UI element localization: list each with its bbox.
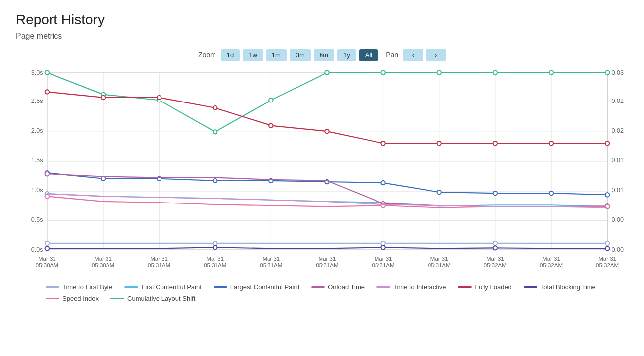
- svg-point-96: [45, 172, 49, 176]
- legend-fully-loaded: Fully Loaded: [458, 283, 511, 291]
- svg-text:Mar 31: Mar 31: [598, 256, 616, 262]
- line-chart: 0.0s 0.5s 1.0s 1.5s 2.0s 2.5s 3.0s 0.00 …: [16, 67, 628, 275]
- svg-point-60: [269, 98, 273, 102]
- chart-controls: Zoom 1d 1w 1m 3m 6m 1y All Pan ‹ ›: [16, 49, 628, 61]
- svg-text:0.01: 0.01: [611, 157, 623, 164]
- svg-text:0.02: 0.02: [611, 127, 623, 134]
- svg-point-68: [101, 96, 105, 100]
- svg-text:0.01: 0.01: [611, 187, 623, 194]
- svg-point-81: [213, 179, 217, 183]
- legend-speed-index: Speed Index: [46, 295, 99, 302]
- legend-time-to-interactive: Time to Interactive: [376, 283, 446, 291]
- svg-point-106: [605, 246, 609, 250]
- svg-text:0.00: 0.00: [611, 246, 623, 253]
- svg-text:05:32AM: 05:32AM: [540, 262, 563, 268]
- svg-text:05:30AM: 05:30AM: [92, 262, 114, 268]
- zoom-all-button[interactable]: All: [359, 49, 378, 61]
- svg-point-64: [493, 70, 497, 74]
- svg-text:1.5s: 1.5s: [31, 157, 43, 164]
- svg-text:0.0s: 0.0s: [31, 246, 43, 253]
- legend-total-blocking-time: Total Blocking Time: [524, 283, 596, 291]
- chart-legend: Time to First Byte First Contentful Pain…: [16, 283, 628, 302]
- chart-container: 0.0s 0.5s 1.0s 1.5s 2.0s 2.5s 3.0s 0.00 …: [16, 67, 628, 277]
- svg-point-67: [45, 90, 49, 94]
- svg-point-99: [45, 194, 49, 198]
- svg-text:05:31AM: 05:31AM: [148, 262, 170, 268]
- svg-point-61: [325, 70, 329, 74]
- svg-text:05:32AM: 05:32AM: [596, 262, 619, 268]
- svg-text:05:31AM: 05:31AM: [260, 262, 282, 268]
- svg-point-76: [549, 141, 553, 145]
- pan-next-button[interactable]: ›: [426, 49, 446, 61]
- svg-point-103: [213, 245, 217, 249]
- svg-point-63: [437, 70, 441, 74]
- svg-text:2.5s: 2.5s: [31, 98, 43, 104]
- svg-text:05:31AM: 05:31AM: [428, 262, 451, 268]
- legend-onload-time: Onload Time: [311, 283, 365, 291]
- svg-text:0.03: 0.03: [611, 69, 623, 76]
- zoom-6m-button[interactable]: 6m: [314, 49, 334, 61]
- zoom-1y-button[interactable]: 1y: [337, 49, 356, 61]
- svg-point-70: [213, 106, 217, 110]
- legend-label-speed-index: Speed Index: [62, 295, 99, 302]
- zoom-label: Zoom: [198, 51, 216, 59]
- legend-label-fcp: First Contentful Paint: [141, 283, 201, 291]
- svg-text:Mar 31: Mar 31: [486, 256, 504, 262]
- page-title: Report History: [16, 12, 628, 28]
- svg-point-92: [213, 241, 217, 245]
- svg-text:Mar 31: Mar 31: [262, 256, 280, 262]
- legend-label-fully-loaded: Fully Loaded: [475, 283, 511, 291]
- svg-point-105: [493, 246, 497, 250]
- svg-text:3.0s: 3.0s: [31, 69, 43, 76]
- svg-text:05:30AM: 05:30AM: [36, 262, 58, 268]
- svg-point-86: [493, 191, 497, 195]
- svg-text:Mar 31: Mar 31: [206, 256, 224, 262]
- legend-cumulative-layout-shift: Cumulative Layout Shift: [110, 295, 195, 302]
- svg-point-102: [45, 246, 49, 250]
- svg-point-88: [605, 193, 609, 197]
- svg-text:Mar 31: Mar 31: [94, 256, 112, 262]
- zoom-3m-button[interactable]: 3m: [290, 49, 311, 61]
- svg-text:05:31AM: 05:31AM: [316, 262, 338, 268]
- svg-point-71: [269, 123, 273, 127]
- legend-label-lcp: Largest Contentful Paint: [230, 283, 299, 291]
- svg-text:1.0s: 1.0s: [31, 187, 43, 194]
- svg-point-69: [157, 96, 161, 100]
- svg-text:05:31AM: 05:31AM: [204, 262, 226, 268]
- svg-text:Mar 31: Mar 31: [430, 256, 448, 262]
- svg-text:Mar 31: Mar 31: [375, 256, 392, 262]
- svg-point-75: [493, 141, 497, 145]
- svg-text:Mar 31: Mar 31: [150, 256, 168, 262]
- svg-point-84: [381, 181, 385, 185]
- svg-point-93: [381, 241, 385, 245]
- svg-point-73: [381, 141, 385, 145]
- svg-point-72: [325, 129, 329, 133]
- svg-point-85: [437, 190, 441, 194]
- svg-point-66: [605, 70, 609, 74]
- svg-text:Mar 31: Mar 31: [319, 256, 336, 262]
- svg-point-94: [493, 241, 497, 245]
- svg-text:Mar 31: Mar 31: [38, 256, 56, 262]
- svg-point-56: [45, 70, 49, 74]
- svg-point-87: [549, 191, 553, 195]
- svg-text:05:32AM: 05:32AM: [484, 262, 507, 268]
- legend-label-ttfb: Time to First Byte: [62, 283, 112, 291]
- zoom-1w-button[interactable]: 1w: [243, 49, 263, 61]
- svg-point-95: [605, 241, 609, 245]
- svg-point-77: [605, 141, 609, 145]
- svg-text:0.00: 0.00: [611, 216, 623, 223]
- svg-point-104: [381, 245, 385, 249]
- pan-label: Pan: [386, 51, 398, 59]
- legend-time-to-first-byte: Time to First Byte: [46, 283, 112, 291]
- svg-text:2.0s: 2.0s: [31, 127, 43, 134]
- svg-point-62: [381, 70, 385, 74]
- svg-text:0.5s: 0.5s: [31, 216, 43, 223]
- zoom-1m-button[interactable]: 1m: [266, 49, 287, 61]
- legend-label-tbt: Total Blocking Time: [540, 283, 596, 291]
- svg-text:Mar 31: Mar 31: [542, 256, 560, 262]
- legend-label-cls: Cumulative Layout Shift: [127, 295, 195, 302]
- page-subtitle: Page metrics: [16, 32, 628, 41]
- pan-prev-button[interactable]: ‹: [403, 49, 423, 61]
- zoom-1d-button[interactable]: 1d: [221, 49, 240, 61]
- legend-first-contentful-paint: First Contentful Paint: [124, 283, 201, 291]
